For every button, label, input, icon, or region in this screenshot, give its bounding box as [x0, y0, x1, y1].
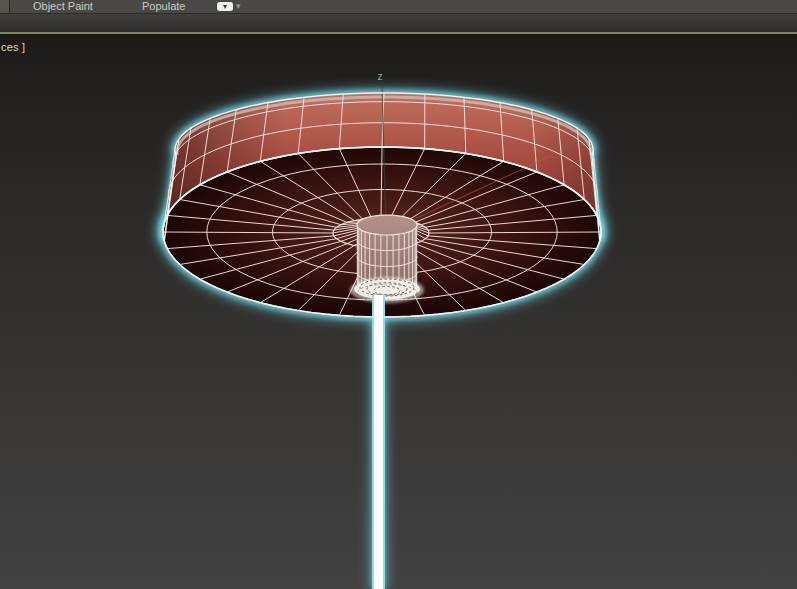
viewport-top-border: [0, 32, 797, 34]
ribbon-tab-populate[interactable]: Populate: [142, 0, 185, 13]
ribbon-tab-object-paint[interactable]: Object Paint: [33, 0, 93, 13]
ribbon-tab-bar: Object Paint Populate ▾ ▾: [0, 0, 797, 13]
viewport-canvas[interactable]: z: [0, 0, 797, 589]
z-axis-label: z: [378, 71, 383, 82]
ribbon-minimize-button[interactable]: ▾: [217, 2, 233, 11]
partial-tab-edge[interactable]: [0, 0, 10, 13]
caret-down-icon: ▾: [217, 2, 233, 11]
ribbon-options-caret-icon[interactable]: ▾: [236, 1, 241, 12]
application-window: Object Paint Populate ▾ ▾ ces ] z: [0, 0, 797, 589]
hub-bottom-cap: [350, 277, 424, 303]
stand-pole: [372, 295, 385, 589]
ribbon-body-collapsed[interactable]: [0, 13, 797, 32]
viewport-label-fragment[interactable]: ces ]: [1, 41, 25, 53]
